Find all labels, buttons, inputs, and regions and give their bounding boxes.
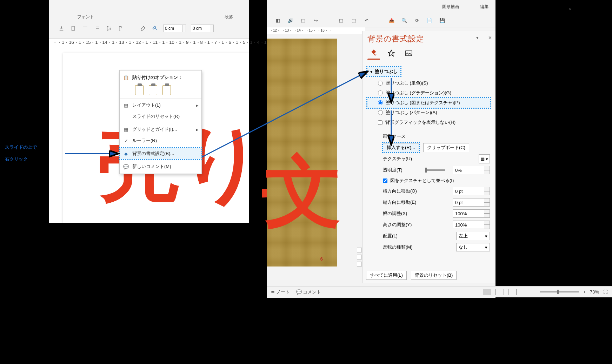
format-bg-icon: ◆ [122, 151, 129, 156]
ctx-paste-header: 📋 貼り付けのオプション： [120, 72, 201, 83]
fit-window-button[interactable]: ⛶ [603, 289, 608, 295]
transparency-slider[interactable] [426, 169, 445, 171]
ribbon-group-font: フォント [77, 14, 94, 20]
right-app-region: 図形描画 編集 ◧ 🔊 ⬚ ↪ ⬚ ⬚ ↶ 📤 🔍 ⟳ 📄 💾 ・12・ ・13… [267, 0, 495, 298]
offset-y-input[interactable]: 0 pt [453, 198, 490, 207]
ctx-new-comment[interactable]: 💬 新しいコメント(M) [120, 161, 201, 172]
ruler-horizontal-right: ・12・ ・13・ ・14・ ・15・ ・16・ ・ [267, 27, 365, 34]
fill-gradient-radio[interactable]: 塗りつぶし (グラデーション)(G) [367, 88, 490, 98]
check-icon: ✓ [122, 138, 129, 143]
qat-icon-3[interactable]: ⬚ [300, 17, 307, 24]
align-dropdown[interactable]: 左上▾ [456, 232, 490, 240]
view-sorter-button[interactable] [495, 289, 504, 295]
texture-picker-button[interactable]: ▦ ▾ [479, 154, 490, 163]
qat-undo-icon[interactable]: ↶ [363, 17, 370, 24]
zoom-percent[interactable]: 73% [590, 289, 599, 295]
slide-text-right: 文 [265, 140, 342, 244]
ctx-reset-slide[interactable]: スライドのリセット(R) [120, 111, 201, 122]
offset-y-label: 縦方向に移動(E) [383, 199, 450, 205]
layout-icon: ▤ [122, 103, 129, 108]
zoom-in-icon[interactable] [357, 262, 362, 267]
text-direction-icon[interactable] [118, 25, 125, 32]
mirror-dropdown[interactable]: なし▾ [456, 243, 490, 251]
qat-icon-7[interactable]: 📤 [388, 17, 395, 24]
paste-icon: 📋 [122, 75, 129, 80]
fill-solid-radio[interactable]: 塗りつぶし (単色)(S) [367, 78, 490, 88]
submenu-arrow-icon: ▸ [196, 103, 199, 108]
ribbon-right-groups: 図形描画 編集 [267, 0, 495, 14]
view-slideshow-button[interactable] [521, 289, 529, 295]
linespacing-icon[interactable] [106, 25, 113, 32]
svg-rect-0 [406, 51, 412, 56]
qat-icon-4[interactable]: ↪ [312, 17, 319, 24]
zoom-out-button[interactable]: − [533, 289, 536, 295]
scale-h-input[interactable]: 100% [453, 221, 490, 229]
shape-icon[interactable] [151, 25, 158, 32]
qat-preview-icon[interactable]: 🔍 [401, 17, 408, 24]
ctx-format-background[interactable]: ◆ 背景の書式設定(B)... [120, 148, 201, 159]
transparency-input[interactable]: 0% [453, 166, 490, 174]
view-normal-button[interactable] [483, 289, 491, 295]
ribbon-group-drawing: 図形描画 [442, 4, 459, 10]
indent-right-input[interactable]: 0 cm [191, 25, 214, 32]
ribbon-group-paragraph: 段落 [225, 14, 233, 20]
zoom-in-button[interactable]: + [583, 289, 586, 295]
brush-icon[interactable] [139, 25, 146, 32]
highlight-icon[interactable] [70, 25, 77, 32]
section-fill-header[interactable]: ▾ 塗りつぶし [367, 67, 400, 76]
pane-options-dropdown-icon[interactable]: ▾ [476, 35, 479, 40]
paste-option-picture[interactable] [162, 85, 171, 95]
qat-refresh-icon[interactable]: ⟳ [413, 17, 420, 24]
qat-icon-1[interactable]: ◧ [274, 17, 281, 24]
qat-icon-6[interactable]: ⬚ [350, 17, 357, 24]
view-reading-button[interactable] [508, 289, 517, 295]
notes-button[interactable]: ≐ ノート [271, 289, 290, 295]
tile-checkbox[interactable]: 図をテクスチャとして並べる(I) [367, 176, 490, 186]
pane-close-icon[interactable]: ✕ [488, 35, 492, 40]
ctx-layout[interactable]: ▤ レイアウト(L) ▸ [120, 100, 201, 111]
status-bar: ≐ ノート 💬 コメント − + 73% ⛶ [267, 286, 612, 297]
qat-icon-2[interactable]: 🔊 [287, 17, 294, 24]
zoom-out-icon[interactable] [357, 255, 362, 259]
pane-title: 背景の書式設定 [367, 34, 424, 44]
pane-tab-effects[interactable] [385, 47, 398, 60]
apply-all-button[interactable]: すべてに適用(L) [366, 271, 407, 280]
qat-icon-5[interactable]: ⬚ [338, 17, 345, 24]
submenu-arrow-icon: ▸ [196, 127, 199, 132]
clipboard-button[interactable]: クリップボード(C) [423, 143, 469, 152]
vertical-scroll-helper [357, 35, 362, 267]
comments-button[interactable]: 💬 コメント [296, 289, 321, 295]
paste-option-theme[interactable] [135, 85, 144, 95]
fit-icon[interactable] [357, 248, 362, 252]
paste-option-keep[interactable] [149, 85, 157, 95]
insert-image-button[interactable]: 挿入する(R)... [383, 143, 419, 152]
ruler-horizontal-left: ・・1・16・1・15・1・14・1・13・1・12・1・11・1・10・1・9… [49, 39, 249, 46]
ctx-ruler[interactable]: ✓ ルーラー(R) [120, 135, 201, 146]
format-background-pane: 背景の書式設定 ▾ ✕ ▾ 塗りつぶし 塗りつぶし (単色)(S) 塗りつぶし … [362, 31, 495, 283]
align-icon[interactable] [82, 25, 89, 32]
pane-tab-fill[interactable] [367, 47, 380, 60]
fill-picture-radio[interactable]: 塗りつぶし (図またはテクスチャ)(P) [367, 98, 490, 108]
fill-pattern-radio[interactable]: 塗りつぶし (パターン)(A) [367, 108, 490, 117]
qat-new-icon[interactable]: 📄 [426, 17, 433, 24]
slide-canvas-right[interactable]: 文 6 [267, 39, 337, 267]
collapse-triangle-icon: ▾ [370, 69, 373, 74]
qat-save-icon[interactable]: 💾 [439, 17, 446, 24]
scale-w-label: 幅の調整(X) [383, 210, 450, 217]
pane-tab-icons [367, 47, 415, 60]
zoom-slider[interactable] [540, 291, 579, 292]
pane-tab-picture[interactable] [403, 47, 415, 60]
offset-x-input[interactable]: 0 pt [453, 187, 490, 195]
hide-bg-checkbox[interactable]: 背景グラフィックを表示しない(H) [367, 117, 490, 127]
scale-w-input[interactable]: 100% [453, 209, 490, 218]
reset-background-button[interactable]: 背景のリセット(B) [411, 271, 457, 280]
slide-page-number: 6 [320, 256, 323, 262]
texture-label: テクスチャ(U) [383, 156, 476, 162]
pane-bottom-buttons: すべてに適用(L) 背景のリセット(B) [366, 271, 457, 280]
indent-left-input[interactable]: 0 cm [163, 25, 186, 32]
list-icon[interactable] [94, 25, 101, 32]
ribbon-collapse-icon[interactable]: ＾ [567, 6, 573, 14]
ctx-grid-guides[interactable]: ▦ グリッドとガイド(I)... ▸ [120, 124, 201, 135]
transparency-label: 透明度(T) [383, 167, 423, 173]
text-color-icon[interactable] [58, 25, 65, 32]
